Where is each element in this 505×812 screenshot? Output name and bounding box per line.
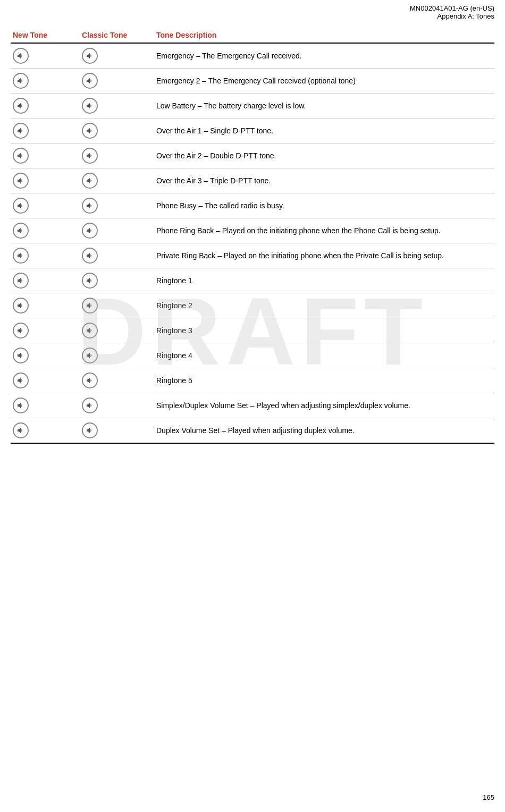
- col-tone-description: Tone Description: [154, 28, 494, 43]
- classic-tone-speaker-icon: [82, 48, 98, 64]
- classic-tone-speaker-icon: [82, 98, 98, 114]
- table-row: Ringtone 3: [11, 318, 494, 343]
- new-tone-cell: [11, 218, 80, 243]
- tone-description-cell: Over the Air 2 – Double D-PTT tone.: [154, 143, 494, 168]
- page-number: 165: [483, 793, 494, 801]
- tone-description-cell: Phone Busy – The called radio is busy.: [154, 193, 494, 218]
- new-tone-speaker-icon: [13, 373, 29, 388]
- classic-tone-cell: [80, 418, 154, 444]
- table-row: Simplex/Duplex Volume Set – Played when …: [11, 393, 494, 418]
- tone-description-cell: Ringtone 3: [154, 318, 494, 343]
- classic-tone-speaker-icon: [82, 198, 98, 214]
- col-classic-tone: Classic Tone: [80, 28, 154, 43]
- table-row: Emergency 2 – The Emergency Call receive…: [11, 69, 494, 94]
- table-row: Low Battery – The battery charge level i…: [11, 94, 494, 119]
- table-row: Ringtone 1: [11, 268, 494, 293]
- tone-description-cell: Low Battery – The battery charge level i…: [154, 94, 494, 119]
- classic-tone-speaker-icon: [82, 73, 98, 89]
- new-tone-speaker-icon: [13, 422, 29, 438]
- new-tone-speaker-icon: [13, 348, 29, 363]
- classic-tone-speaker-icon: [82, 123, 98, 139]
- new-tone-cell: [11, 43, 80, 69]
- classic-tone-cell: [80, 343, 154, 368]
- classic-tone-speaker-icon: [82, 373, 98, 388]
- classic-tone-cell: [80, 119, 154, 143]
- tone-description-cell: Emergency – The Emergency Call received.: [154, 43, 494, 69]
- new-tone-cell: [11, 268, 80, 293]
- classic-tone-cell: [80, 243, 154, 268]
- header-line1: MN002041A01-AG (en-US): [11, 4, 494, 12]
- table-header-row: New Tone Classic Tone Tone Description: [11, 28, 494, 43]
- tone-description-cell: Duplex Volume Set – Played when adjustin…: [154, 418, 494, 444]
- header-line2: Appendix A: Tones: [11, 12, 494, 20]
- new-tone-cell: [11, 94, 80, 119]
- tone-description-cell: Simplex/Duplex Volume Set – Played when …: [154, 393, 494, 418]
- classic-tone-speaker-icon: [82, 323, 98, 339]
- table-row: Ringtone 4: [11, 343, 494, 368]
- new-tone-speaker-icon: [13, 73, 29, 89]
- page-header: MN002041A01-AG (en-US) Appendix A: Tones: [0, 0, 505, 22]
- classic-tone-cell: [80, 393, 154, 418]
- new-tone-cell: [11, 143, 80, 168]
- classic-tone-cell: [80, 143, 154, 168]
- new-tone-speaker-icon: [13, 323, 29, 339]
- new-tone-speaker-icon: [13, 48, 29, 64]
- tone-description-cell: Phone Ring Back – Played on the initiati…: [154, 218, 494, 243]
- new-tone-cell: [11, 418, 80, 444]
- tone-description-cell: Ringtone 5: [154, 368, 494, 393]
- new-tone-speaker-icon: [13, 248, 29, 264]
- table-row: Duplex Volume Set – Played when adjustin…: [11, 418, 494, 444]
- table-row: Over the Air 2 – Double D-PTT tone.: [11, 143, 494, 168]
- classic-tone-speaker-icon: [82, 298, 98, 314]
- tone-description-cell: Ringtone 1: [154, 268, 494, 293]
- col-new-tone: New Tone: [11, 28, 80, 43]
- classic-tone-speaker-icon: [82, 148, 98, 164]
- classic-tone-cell: [80, 94, 154, 119]
- tones-table: New Tone Classic Tone Tone Description E…: [11, 28, 494, 444]
- new-tone-speaker-icon: [13, 223, 29, 239]
- new-tone-speaker-icon: [13, 198, 29, 214]
- classic-tone-cell: [80, 318, 154, 343]
- new-tone-speaker-icon: [13, 397, 29, 413]
- classic-tone-speaker-icon: [82, 248, 98, 264]
- classic-tone-cell: [80, 368, 154, 393]
- classic-tone-cell: [80, 193, 154, 218]
- new-tone-speaker-icon: [13, 173, 29, 189]
- table-row: Ringtone 2: [11, 293, 494, 318]
- classic-tone-cell: [80, 43, 154, 69]
- table-row: Private Ring Back – Played on the initia…: [11, 243, 494, 268]
- new-tone-cell: [11, 119, 80, 143]
- new-tone-cell: [11, 243, 80, 268]
- new-tone-speaker-icon: [13, 123, 29, 139]
- new-tone-speaker-icon: [13, 148, 29, 164]
- new-tone-cell: [11, 69, 80, 94]
- new-tone-cell: [11, 168, 80, 193]
- classic-tone-speaker-icon: [82, 273, 98, 289]
- tone-description-cell: Over the Air 3 – Triple D-PTT tone.: [154, 168, 494, 193]
- classic-tone-speaker-icon: [82, 397, 98, 413]
- table-row: Over the Air 1 – Single D-PTT tone.: [11, 119, 494, 143]
- new-tone-cell: [11, 393, 80, 418]
- classic-tone-speaker-icon: [82, 348, 98, 363]
- tone-description-cell: Private Ring Back – Played on the initia…: [154, 243, 494, 268]
- tone-description-cell: Ringtone 2: [154, 293, 494, 318]
- tone-description-cell: Emergency 2 – The Emergency Call receive…: [154, 69, 494, 94]
- classic-tone-cell: [80, 69, 154, 94]
- table-row: Ringtone 5: [11, 368, 494, 393]
- table-row: Over the Air 3 – Triple D-PTT tone.: [11, 168, 494, 193]
- new-tone-cell: [11, 343, 80, 368]
- tone-description-cell: Ringtone 4: [154, 343, 494, 368]
- new-tone-speaker-icon: [13, 298, 29, 314]
- classic-tone-cell: [80, 293, 154, 318]
- new-tone-speaker-icon: [13, 273, 29, 289]
- new-tone-cell: [11, 293, 80, 318]
- tone-description-cell: Over the Air 1 – Single D-PTT tone.: [154, 119, 494, 143]
- main-table-container: New Tone Classic Tone Tone Description E…: [0, 22, 505, 444]
- new-tone-speaker-icon: [13, 98, 29, 114]
- table-row: Emergency – The Emergency Call received.: [11, 43, 494, 69]
- new-tone-cell: [11, 193, 80, 218]
- classic-tone-speaker-icon: [82, 173, 98, 189]
- classic-tone-cell: [80, 218, 154, 243]
- classic-tone-cell: [80, 168, 154, 193]
- new-tone-cell: [11, 318, 80, 343]
